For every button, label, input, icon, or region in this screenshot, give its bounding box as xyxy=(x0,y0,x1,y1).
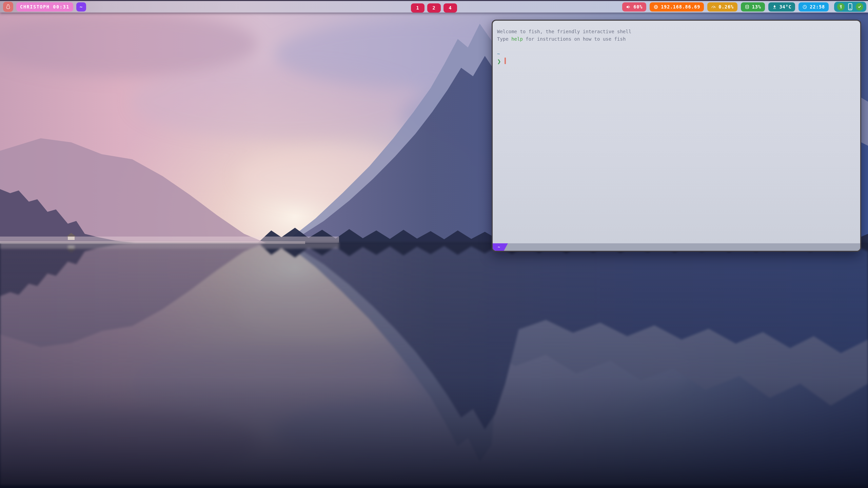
user-session-badge[interactable]: CHRISTOPH 00:31 xyxy=(16,2,73,12)
tux-icon xyxy=(5,4,11,10)
workspace-button-4[interactable]: 4 xyxy=(443,3,457,13)
network-label: 192.168.86.69 xyxy=(661,4,700,9)
user-session-label: CHRISTOPH 00:31 xyxy=(20,4,70,9)
cpu-label: 0.26% xyxy=(718,4,734,9)
top-bar-status-group: 60% 192.168.86.69 0.26% xyxy=(622,2,868,12)
prompt-directory: ~ xyxy=(497,50,860,58)
top-bar-left-group: CHRISTOPH 00:31 ~ xyxy=(0,2,86,12)
check-circle-icon[interactable] xyxy=(856,3,863,11)
thermometer-icon xyxy=(772,4,777,9)
clock-label: 22:58 xyxy=(810,4,825,9)
terminal-window[interactable]: Welcome to fish, the friendly interactiv… xyxy=(492,20,861,252)
clock-badge[interactable]: 22:58 xyxy=(798,2,829,12)
terminal-greeting-line2: Type help for instructions on how to use… xyxy=(497,35,860,43)
terminal-greeting-line1: Welcome to fish, the friendly interactiv… xyxy=(497,28,860,35)
focused-window-label: ~ xyxy=(80,4,83,9)
terminal-tab-label: ~ xyxy=(498,245,500,249)
memory-badge[interactable]: 13% xyxy=(741,2,765,12)
terminal-output[interactable]: Welcome to fish, the friendly interactiv… xyxy=(493,21,860,243)
prompt-line: ❯ xyxy=(497,58,860,65)
workspace-button-1[interactable]: 1 xyxy=(411,3,425,13)
temperature-badge[interactable]: 34°C xyxy=(768,2,795,12)
smartphone-icon[interactable] xyxy=(848,3,853,11)
temperature-label: 34°C xyxy=(780,4,792,9)
terminal-tab-home[interactable]: ~ xyxy=(493,243,508,251)
volume-label: 60% xyxy=(633,4,643,9)
system-tray xyxy=(834,2,866,12)
terminal-tab-bar: ~ xyxy=(493,243,860,251)
memory-label: 13% xyxy=(752,4,761,9)
gauge-icon xyxy=(711,4,716,9)
globe-icon xyxy=(653,4,658,9)
network-badge[interactable]: 192.168.86.69 xyxy=(650,2,704,12)
prompt-chevron: ❯ xyxy=(497,59,501,64)
speaker-icon xyxy=(626,4,631,9)
clock-icon xyxy=(802,4,807,9)
database-icon xyxy=(745,4,750,9)
workspace-switcher: 1 2 4 xyxy=(411,2,457,14)
workspace-button-2[interactable]: 2 xyxy=(427,3,441,13)
focused-window-badge[interactable]: ~ xyxy=(76,2,86,12)
top-bar: CHRISTOPH 00:31 ~ 1 2 4 60% xyxy=(0,0,868,13)
launcher-button[interactable] xyxy=(3,2,13,12)
cpu-badge[interactable]: 0.26% xyxy=(707,2,737,12)
keepassxc-icon[interactable] xyxy=(837,3,845,11)
volume-badge[interactable]: 60% xyxy=(622,2,646,12)
terminal-cursor xyxy=(505,58,506,64)
terminal-blank-line xyxy=(497,43,860,50)
help-command-text: help xyxy=(511,36,523,42)
